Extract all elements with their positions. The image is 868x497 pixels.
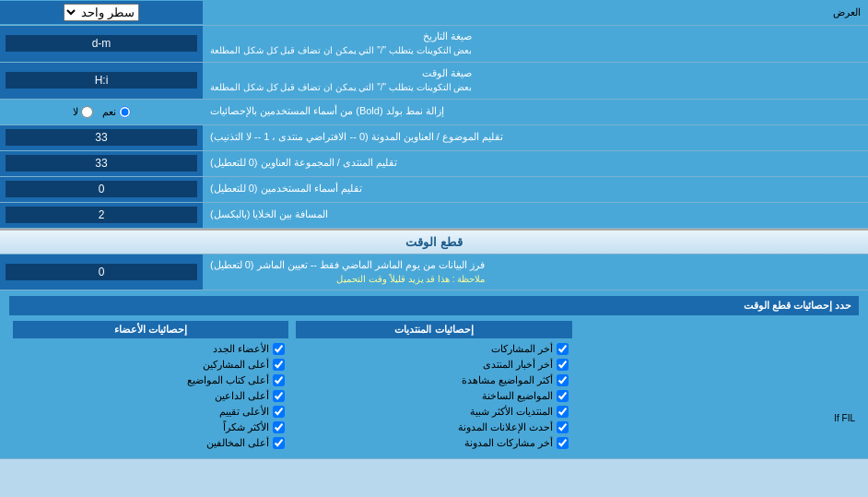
date-format-input-cell <box>0 26 203 62</box>
top-violators-label: أعلى المخالفين <box>206 437 269 449</box>
trim-usernames-label: تقليم أسماء المستخدمين (0 للتعطيل) <box>203 177 868 202</box>
bold-remove-row: إزالة نمط بولد (Bold) من أسماء المستخدمي… <box>0 100 868 125</box>
trim-subject-label: تقليم الموضوع / العناوين المدونة (0 -- ا… <box>203 125 868 150</box>
list-item: أخر المشاركات <box>296 341 571 357</box>
list-item: أخر أخبار المنتدى <box>296 357 571 373</box>
checkboxes-section: حدد إحصائيات قطع الوقت If FIL إحصائيات ا… <box>0 290 868 459</box>
checkbox-top-posters[interactable] <box>273 359 285 371</box>
cutoff-label: فرز البيانات من يوم الماشر الماضي فقط --… <box>203 254 868 290</box>
checkboxes-grid: If FIL إحصائيات المنتديات أخر المشاركات … <box>9 319 859 453</box>
list-item: أعلى كتاب المواضيع <box>13 373 288 388</box>
blog-posts-label: أخر مشاركات المدونة <box>464 437 553 449</box>
list-item: أخر مشاركات المدونة <box>296 435 571 451</box>
cutoff-input-cell <box>0 254 203 290</box>
checkbox-top-rated[interactable] <box>273 406 285 418</box>
member-stats-header: إحصائيات الأعضاء <box>13 321 288 338</box>
empty-col-label: If FIL <box>580 413 855 423</box>
cutoff-section-header: قطع الوقت <box>0 229 868 254</box>
checkbox-blog-posts[interactable] <box>557 437 569 449</box>
time-format-label: صيغة الوقتبعض التكوينات يتطلب "/" التي ي… <box>203 63 868 99</box>
bold-remove-radio-cell: نعم لا <box>0 100 203 124</box>
checkbox-top-inviters[interactable] <box>273 390 285 402</box>
checkbox-last-posts[interactable] <box>557 343 569 355</box>
checkbox-most-viewed[interactable] <box>557 374 569 386</box>
trim-subject-row: تقليم الموضوع / العناوين المدونة (0 -- ا… <box>0 125 868 151</box>
list-item: أعلى المشاركين <box>13 357 288 373</box>
checkbox-top-violators[interactable] <box>273 437 285 449</box>
new-members-label: الأعضاء الجدد <box>213 343 269 355</box>
top-inviters-label: أعلى الداعين <box>215 390 269 402</box>
checkbox-last-news[interactable] <box>557 359 569 371</box>
checkbox-top-topic-authors[interactable] <box>273 374 285 386</box>
time-format-row: صيغة الوقتبعض التكوينات يتطلب "/" التي ي… <box>0 63 868 100</box>
cell-spacing-input-cell <box>0 203 203 228</box>
checkbox-new-members[interactable] <box>273 343 285 355</box>
list-item: أكثر المواضيع مشاهدة <box>296 373 571 388</box>
trim-forum-label: تقليم المنتدى / المجموعة العناوين (0 للت… <box>203 151 868 176</box>
member-stats-col: إحصائيات الأعضاء الأعضاء الجدد أعلى المش… <box>9 319 292 453</box>
list-item: أحدث الإعلانات المدونة <box>296 420 571 435</box>
trim-forum-input[interactable] <box>6 155 197 172</box>
trim-forum-row: تقليم المنتدى / المجموعة العناوين (0 للت… <box>0 151 868 177</box>
most-thanked-label: الأكثر شكراً <box>223 421 269 433</box>
announcements-label: أحدث الإعلانات المدونة <box>458 421 553 433</box>
date-format-label: صيغة التاريخبعض التكوينات يتطلب "/" التي… <box>203 26 868 62</box>
display-input-cell: سطر واحد سطرين ثلاثة أسطر <box>0 1 203 24</box>
list-item: أعلى المخالفين <box>13 435 288 451</box>
empty-col: If FIL <box>576 319 859 453</box>
radio-yes-label[interactable]: نعم <box>102 106 131 118</box>
top-posters-label: أعلى المشاركين <box>203 359 269 371</box>
cell-spacing-label: المسافة بين الخلايا (بالبكسل) <box>203 203 868 228</box>
list-item: أعلى الداعين <box>13 388 288 404</box>
last-news-label: أخر أخبار المنتدى <box>483 359 553 371</box>
checkboxes-header: حدد إحصائيات قطع الوقت <box>9 296 859 315</box>
date-format-input[interactable] <box>6 35 197 52</box>
list-item: المواضيع الساخنة <box>296 388 571 404</box>
last-posts-label: أخر المشاركات <box>491 343 553 355</box>
radio-no-label[interactable]: لا <box>73 106 93 118</box>
checkbox-most-similar[interactable] <box>557 406 569 418</box>
radio-no[interactable] <box>81 106 93 118</box>
trim-usernames-input-cell <box>0 177 203 202</box>
most-similar-label: المنتديات الأكثر شبية <box>470 406 553 418</box>
cutoff-input[interactable] <box>6 264 197 280</box>
main-container: العرض سطر واحد سطرين ثلاثة أسطر صيغة الت… <box>0 0 868 497</box>
trim-subject-input[interactable] <box>6 129 197 146</box>
checkbox-announcements[interactable] <box>557 421 569 433</box>
trim-usernames-input[interactable] <box>6 181 197 197</box>
bold-remove-label: إزالة نمط بولد (Bold) من أسماء المستخدمي… <box>203 100 868 124</box>
trim-subject-input-cell <box>0 125 203 150</box>
date-format-row: صيغة التاريخبعض التكوينات يتطلب "/" التي… <box>0 26 868 63</box>
trim-usernames-row: تقليم أسماء المستخدمين (0 للتعطيل) <box>0 177 868 203</box>
cell-spacing-input[interactable] <box>6 207 197 223</box>
most-viewed-label: أكثر المواضيع مشاهدة <box>462 374 553 386</box>
display-label: العرض <box>203 3 868 22</box>
forum-stats-header: إحصائيات المنتديات <box>296 321 571 338</box>
list-item: الأعلى تقييم <box>13 404 288 420</box>
radio-yes[interactable] <box>119 106 131 118</box>
checkbox-most-thanked[interactable] <box>273 421 285 433</box>
list-item: الأكثر شكراً <box>13 420 288 435</box>
cutoff-row: فرز البيانات من يوم الماشر الماضي فقط --… <box>0 254 868 291</box>
checkbox-hot-topics[interactable] <box>557 390 569 402</box>
top-topic-authors-label: أعلى كتاب المواضيع <box>187 374 269 386</box>
cell-spacing-row: المسافة بين الخلايا (بالبكسل) <box>0 203 868 229</box>
list-item: المنتديات الأكثر شبية <box>296 404 571 420</box>
display-row: العرض سطر واحد سطرين ثلاثة أسطر <box>0 0 868 26</box>
forum-stats-col: إحصائيات المنتديات أخر المشاركات أخر أخب… <box>292 319 575 453</box>
display-dropdown[interactable]: سطر واحد سطرين ثلاثة أسطر <box>64 4 139 21</box>
top-rated-label: الأعلى تقييم <box>219 406 269 418</box>
hot-topics-label: المواضيع الساخنة <box>482 390 553 402</box>
trim-forum-input-cell <box>0 151 203 176</box>
time-format-input-cell <box>0 63 203 99</box>
time-format-input[interactable] <box>6 72 197 89</box>
list-item: الأعضاء الجدد <box>13 341 288 357</box>
